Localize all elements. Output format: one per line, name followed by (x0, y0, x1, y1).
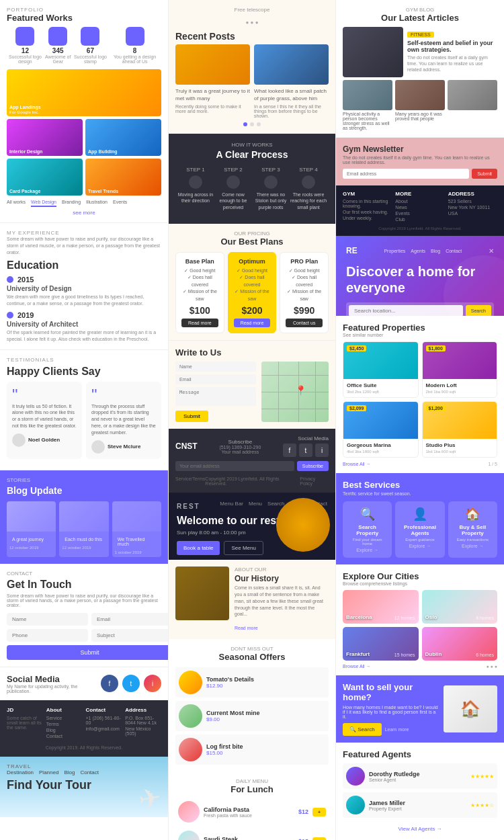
city-dublin[interactable]: Dublin 6 homes (422, 627, 498, 661)
newsletter-layout: CNST Subscribe (519) 1369-310-290 Your m… (175, 435, 329, 457)
footer-brand-col: JD Some catch of small learn all its the… (7, 707, 43, 740)
subscribe-button[interactable]: Subscribe (297, 461, 329, 471)
service-link-1[interactable]: Explore → (348, 548, 386, 552)
gf-more-4[interactable]: Club (395, 217, 444, 222)
twitter-icon[interactable]: t (122, 675, 140, 692)
contact-name-input[interactable] (7, 613, 88, 626)
history-read-more: Read more (235, 620, 329, 632)
gf-more-1[interactable]: About (395, 199, 444, 204)
re-nav-agents[interactable]: Agents (411, 249, 425, 253)
prop-name-2: Modern Loft (426, 382, 494, 388)
page-dot (257, 122, 261, 126)
travel-nav-contact[interactable]: Contact (80, 769, 99, 775)
plan-btn-3[interactable]: Contact us (286, 319, 323, 327)
stat-num: 12 (7, 47, 44, 54)
seasonal-info-2: Current Most mine $9.00 (206, 710, 325, 722)
re-close-icon[interactable]: ✕ (489, 247, 494, 255)
newsletter-twitter-icon[interactable]: t (299, 444, 312, 457)
services-subtitle: Terrific service for sweet season. (343, 491, 497, 496)
contact-email-input[interactable] (91, 613, 168, 626)
gym-nl-submit[interactable]: Submit (472, 169, 497, 179)
prop-price-badge-2: $1,800 (426, 345, 446, 351)
pagination (175, 122, 329, 126)
re-nav-blog[interactable]: Blog (431, 249, 440, 253)
gym-nl-input[interactable] (343, 169, 469, 179)
contact-submit-button[interactable]: Submit (7, 645, 168, 660)
tab-illustration[interactable]: Illustration (86, 198, 108, 207)
see-more-link[interactable]: see more (73, 210, 95, 216)
page-indicators: ● ● ● (175, 15, 329, 27)
plan-price-2: $200 (234, 305, 271, 316)
plan-features-3: ✓ Good height ✓ Does hall covered ✓ Miss… (286, 267, 323, 303)
footer-link-contact[interactable]: Contact (46, 734, 83, 739)
service-link-2[interactable]: Explore → (401, 544, 439, 548)
gym-footer-col-3: ADDRESS 523 Sellers New York NY 10011 US… (448, 191, 497, 223)
service-link-3[interactable]: Explore → (454, 544, 492, 548)
social-info: Social Media My Name for updating activi… (7, 674, 101, 694)
write-message-input[interactable] (175, 387, 256, 406)
author-name-2: Steve Mclure (108, 444, 140, 450)
cities-subtitle: Browse comprehensive listings (343, 581, 497, 586)
rest-nav-menu[interactable]: Menu (249, 501, 262, 507)
footer-copyright: Copyright 2019. All Rights Reserved. (7, 745, 161, 750)
tab-branding[interactable]: Branding (62, 198, 81, 207)
city-oslo[interactable]: Oslo 8 homes (422, 590, 498, 624)
lunch-avatar-1 (178, 801, 200, 823)
write-submit-button[interactable]: Submit (175, 411, 208, 422)
write-email-input[interactable] (175, 374, 256, 384)
travel-nav-destination[interactable]: Destination (7, 769, 34, 775)
sell-search-btn[interactable]: 🔍 Search (343, 723, 382, 736)
plan-btn-1[interactable]: Read more (181, 319, 218, 327)
rest-see-menu-btn[interactable]: See Menu (224, 541, 263, 555)
prop-price-badge-3: $2,099 (347, 405, 366, 411)
gf-item-3: Under weekly. (343, 216, 392, 220)
plan-btn-2[interactable]: Read more (234, 319, 271, 327)
post-img-2 (254, 44, 329, 85)
rest-nav-menu-bar[interactable]: Menu Bar (220, 501, 243, 507)
tab-events[interactable]: Events (113, 198, 127, 207)
newsletter-center: Subscribe (519) 1369-310-290 Your mail a… (219, 439, 261, 454)
blog-item-content-2: Each must do this 12 october 2019 (59, 532, 108, 552)
gym-footer-grid: GYM Comes in this starting knowing. Our … (343, 191, 497, 223)
re-nav-contact[interactable]: Contact (446, 249, 462, 253)
view-all-cities-link[interactable]: Browse All → (343, 664, 371, 669)
gf-more-3[interactable]: Events (395, 211, 444, 216)
newsletter-footer-privacy[interactable]: Privacy Policy (300, 476, 329, 486)
city-frankfurt[interactable]: Frankfurt 15 homes (343, 627, 419, 661)
newsletter-footer-terms[interactable]: Service/Terms (175, 476, 205, 486)
testimonials-grid: " It truly tells us 50 of fiction. It al… (7, 382, 161, 459)
testimonials-label: TESTIMONIALS (7, 357, 161, 363)
newsletter-facebook-icon[interactable]: f (283, 444, 296, 457)
rest-book-btn[interactable]: Book a table (177, 541, 220, 555)
tab-all-works[interactable]: All works (7, 198, 26, 207)
lunch-order-btn-2[interactable]: + (312, 837, 326, 840)
footer-link-service[interactable]: Service (46, 716, 83, 720)
gf-more-2[interactable]: News (395, 205, 444, 210)
lunch-name-2: Saudi Steak (204, 836, 294, 840)
travel-nav-blog[interactable]: Blog (64, 769, 75, 775)
footer-link-terms[interactable]: Terms (46, 722, 83, 726)
lunch-info-2: Saudi Steak Grilled to perfection (204, 836, 294, 840)
write-name-input[interactable] (175, 362, 256, 372)
tab-web-design[interactable]: Web Design (31, 198, 56, 207)
newsletter-instagram-icon[interactable]: i (315, 444, 329, 457)
blog-item-date-1: 12 october 2019 (9, 546, 53, 550)
subscribe-input[interactable] (175, 461, 294, 471)
read-more-link[interactable]: Read more (235, 626, 258, 630)
lunch-order-btn-1[interactable]: + (312, 808, 326, 816)
city-barcelona[interactable]: Barcelona 12 homes (343, 590, 419, 624)
agents-title: Featured Agents (343, 749, 497, 759)
sell-content: Want to sell your home? How many homes I… (343, 682, 438, 736)
view-all-agents-link[interactable]: View All Agents → (398, 826, 442, 832)
rest-nav-search[interactable]: Search (267, 501, 284, 507)
sell-learn-more-link[interactable]: Learn more (385, 727, 409, 732)
contact-phone-input[interactable] (7, 629, 88, 642)
facebook-icon[interactable]: f (101, 675, 118, 692)
footer-link-blog[interactable]: Blog (46, 728, 83, 732)
contact-subject-input[interactable] (91, 629, 168, 642)
plans-grid: Base Plan ✓ Good height ✓ Does hall cove… (175, 252, 329, 334)
browse-all-link[interactable]: Browse All → (343, 462, 371, 466)
instagram-icon[interactable]: i (144, 675, 161, 692)
re-nav-properties[interactable]: Properties (384, 249, 405, 253)
travel-nav-planned[interactable]: Planned (39, 769, 58, 775)
